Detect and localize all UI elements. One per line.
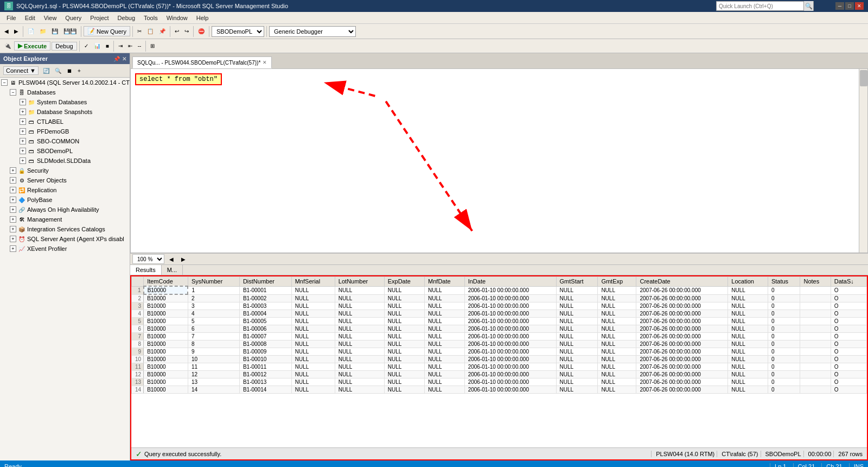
tree-integration-services[interactable]: + 📦 Integration Services Catalogs: [0, 224, 130, 234]
tree-security[interactable]: + 🔒 Security: [0, 166, 130, 175]
editor-scrollbar-thumb[interactable]: [860, 70, 867, 86]
menu-item-file[interactable]: File: [2, 14, 21, 22]
query-editor-inner[interactable]: select * from "obtn": [131, 69, 867, 253]
replication-expand[interactable]: +: [10, 187, 16, 193]
col-header-3: DistNumber: [239, 277, 291, 287]
quick-launch-input[interactable]: [717, 3, 803, 9]
sldmodel-expand[interactable]: +: [20, 157, 26, 164]
comment-button[interactable]: --: [136, 42, 144, 50]
menu-item-edit[interactable]: Edit: [21, 14, 40, 22]
tree-sbo-common[interactable]: + 🗃 SBO-COMMON: [0, 136, 130, 146]
new-oe-button[interactable]: +: [75, 67, 83, 75]
tree-pfdemo[interactable]: + 🗃 PFDemoGB: [0, 127, 130, 136]
tab-close-button[interactable]: ✕: [263, 60, 267, 65]
query-editor[interactable]: select * from "obtn": [130, 68, 868, 253]
dbsnap-expand[interactable]: +: [20, 109, 26, 115]
connect-toolbar-button[interactable]: 🔌: [2, 42, 13, 50]
intsvcs-expand[interactable]: +: [10, 226, 16, 232]
alwayson-expand[interactable]: +: [10, 206, 16, 213]
tree-system-databases[interactable]: + 📁 System Databases: [0, 97, 130, 107]
stop-oe-button[interactable]: ⏹: [65, 67, 74, 75]
menu-item-window[interactable]: Window: [162, 14, 192, 22]
zoom-scroll-button[interactable]: ▶: [178, 256, 188, 263]
messages-tab[interactable]: M...: [162, 265, 183, 275]
sqlagent-expand[interactable]: +: [10, 236, 16, 242]
debugger-dropdown[interactable]: Generic Debugger: [269, 26, 356, 37]
menu-item-debug[interactable]: Debug: [113, 14, 139, 22]
menu-item-query[interactable]: Query: [61, 14, 86, 22]
menu-item-tools[interactable]: Tools: [139, 14, 162, 22]
stop-button[interactable]: ⛔: [196, 27, 207, 35]
tree-xevent[interactable]: + 📈 XEvent Profiler: [0, 244, 130, 254]
sbodemo-expand[interactable]: +: [20, 148, 26, 154]
tree-databases-node[interactable]: − 🗄 Databases: [0, 87, 130, 97]
layout-button[interactable]: ⊞: [148, 42, 157, 50]
results-tab[interactable]: Results: [130, 265, 162, 275]
quick-launch-search-button[interactable]: 🔍: [803, 1, 813, 11]
back-button[interactable]: ◀: [2, 27, 11, 35]
table-cell-3-13: 0: [768, 310, 800, 318]
polybase-expand[interactable]: +: [10, 197, 16, 203]
debug-button[interactable]: Debug: [52, 42, 76, 51]
menu-item-view[interactable]: View: [40, 14, 61, 22]
tree-polybase[interactable]: + 🔷 PolyBase: [0, 195, 130, 205]
cut-button[interactable]: ✂: [135, 27, 144, 35]
stop-exec-button[interactable]: ■: [104, 42, 111, 50]
window-title: SQLQuery1.sql - PLSW044.SBODemoPL (CT\ra…: [16, 3, 288, 9]
tree-replication[interactable]: + 🔁 Replication: [0, 185, 130, 195]
menu-item-project[interactable]: Project: [86, 14, 113, 22]
open-button[interactable]: 📁: [37, 27, 48, 35]
outdent-button[interactable]: ⇤: [126, 42, 135, 50]
xevent-expand[interactable]: +: [10, 245, 16, 252]
table-cell-9-8: 2006-01-10 00:00:00.000: [464, 356, 556, 363]
editor-scrollbar[interactable]: [859, 69, 867, 253]
close-button[interactable]: ✕: [855, 2, 864, 10]
pin-button[interactable]: 📌: [113, 56, 120, 62]
filter-oe-button[interactable]: 🔍: [53, 67, 63, 75]
management-expand[interactable]: +: [10, 216, 16, 223]
indent-button[interactable]: ⇥: [116, 42, 125, 50]
parse-button[interactable]: ✓: [82, 42, 91, 50]
results-table-wrapper[interactable]: ItemCodeSysNumberDistNumberMnfSerialLotN…: [131, 276, 867, 447]
connect-button[interactable]: Connect ▼: [3, 66, 39, 75]
tree-db-snapshots[interactable]: + 📁 Database Snapshots: [0, 107, 130, 117]
new-query-button[interactable]: 📝 New Query: [84, 26, 130, 36]
pfdemo-expand[interactable]: +: [20, 128, 26, 135]
save-all-button[interactable]: 💾💾: [61, 27, 79, 35]
tree-server-objects[interactable]: + ⚙ Server Objects: [0, 175, 130, 185]
tree-alwayson[interactable]: + 🔗 Always On High Availability: [0, 205, 130, 214]
sql-query-text[interactable]: select * from "obtn": [135, 73, 222, 85]
results-button[interactable]: 📊: [92, 42, 103, 50]
refresh-oe-button[interactable]: 🔄: [41, 67, 52, 75]
execute-button[interactable]: ▶ Execute: [14, 41, 50, 51]
copy-button[interactable]: 📋: [145, 27, 156, 35]
security-expand[interactable]: +: [10, 167, 16, 174]
tree-ctlabel[interactable]: + 🗃 CTLABEL: [0, 117, 130, 127]
query-tab[interactable]: SQLQu... - PLSW044.SBODemoPL(CT\rafalc(5…: [132, 56, 272, 68]
paste-button[interactable]: 📌: [157, 27, 168, 35]
tree-sql-agent[interactable]: + ⏰ SQL Server Agent (Agent XPs disabl: [0, 234, 130, 244]
tree-server-node[interactable]: − 🖥 PLSW044 (SQL Server 14.0.2002.14 - C…: [0, 78, 130, 87]
ctlabel-expand[interactable]: +: [20, 118, 26, 125]
tree-management[interactable]: + 🛠 Management: [0, 214, 130, 224]
sbocommon-expand[interactable]: +: [20, 138, 26, 144]
oe-close-button[interactable]: ✕: [122, 56, 126, 62]
redo-button[interactable]: ↪: [182, 27, 191, 35]
zoom-dropdown[interactable]: 100 %: [132, 254, 164, 264]
new-file-button[interactable]: 📄: [25, 27, 36, 35]
undo-button[interactable]: ↩: [173, 27, 181, 35]
tree-sbodemopl[interactable]: + 🗃 SBODemoPL: [0, 146, 130, 156]
zoom-out-button[interactable]: ◀: [167, 256, 176, 263]
databases-expand-icon[interactable]: −: [10, 89, 16, 96]
toolbar-separator-3: [132, 26, 133, 37]
database-dropdown[interactable]: SBODemoPL: [212, 26, 264, 37]
server-expand-icon[interactable]: −: [1, 79, 8, 86]
forward-button[interactable]: ▶: [12, 27, 21, 35]
save-button[interactable]: 💾: [49, 27, 60, 35]
sysdb-expand[interactable]: +: [20, 99, 26, 105]
serverobj-expand[interactable]: +: [10, 177, 16, 184]
menu-item-help[interactable]: Help: [192, 14, 213, 22]
tree-sldmodel[interactable]: + 🗃 SLDModel.SLDData: [0, 156, 130, 166]
minimize-button[interactable]: ─: [835, 2, 844, 10]
restore-button[interactable]: □: [845, 2, 854, 10]
